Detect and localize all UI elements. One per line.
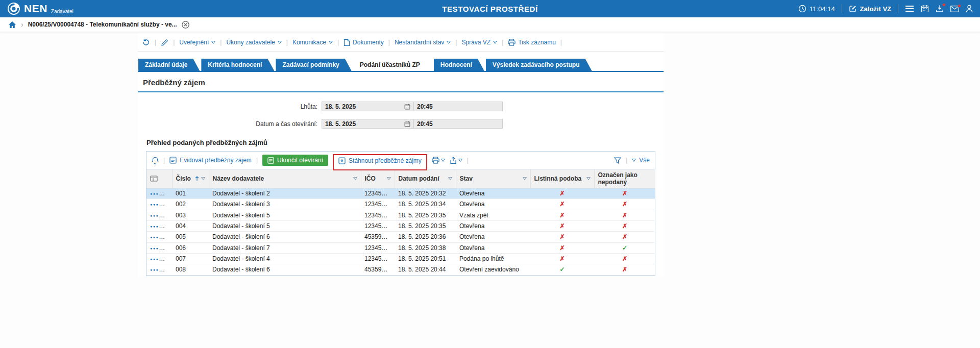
cell-datum-podani: 18. 5. 2025 20:44 (395, 264, 456, 275)
menu-label: Dokumenty (353, 39, 384, 46)
table-row[interactable]: ●●●i004Dodavatel - školení 51234567818. … (146, 220, 655, 231)
filter-caret-icon[interactable] (201, 177, 205, 180)
toolbar-separator: | (502, 39, 503, 46)
row-menu-icon[interactable]: ●●● (150, 266, 165, 273)
row-menu-icon[interactable]: ●●● (150, 190, 165, 197)
column-header-settings[interactable] (146, 169, 172, 188)
table-row[interactable]: ●●●i008Dodavatel - školení 64535932618. … (146, 264, 655, 275)
cell-datum-podani: 18. 5. 2025 20:35 (395, 220, 456, 231)
form-row-opening: Datum a čas otevírání: 18. 5. 2025 20:45 (138, 119, 664, 129)
edit-record-icon[interactable] (161, 39, 168, 46)
column-label: Datum podání (399, 175, 439, 182)
filter-caret-icon[interactable] (387, 177, 391, 180)
filter-caret-icon[interactable] (448, 177, 452, 180)
row-menu-icon[interactable]: ●●● (150, 233, 165, 240)
menu-uverejneni[interactable]: Uveřejnění (179, 39, 215, 46)
table-row[interactable]: ●●●i001Dodavatel - školení 21234567818. … (146, 188, 655, 199)
evidovat-zajem-button[interactable]: Evidovat předběžný zájem (169, 157, 252, 164)
table-row[interactable]: ●●●i002Dodavatel - školení 31234567818. … (146, 199, 655, 210)
clock-icon (798, 5, 806, 13)
table-row[interactable]: ●●●i007Dodavatel - školení 41234567818. … (146, 253, 655, 264)
cell-oznacen-nepodany: ✗ (594, 232, 655, 242)
mail-icon[interactable] (950, 6, 959, 12)
tabs: Základní údajeKritéria hodnoceníZadávací… (138, 59, 664, 72)
cross-icon: ✗ (559, 201, 565, 208)
cell-nazev-dodavatele: Dodavatel - školení 3 (209, 199, 361, 210)
calendar-icon[interactable] (404, 121, 410, 127)
column-header-ico[interactable]: IČO (361, 169, 395, 188)
row-menu-icon[interactable]: ●●● (150, 244, 165, 252)
cell-nazev-dodavatele: Dodavatel - školení 6 (209, 232, 361, 242)
menu-dokumenty[interactable]: Dokumenty (344, 39, 384, 46)
filter-icon[interactable] (614, 157, 621, 164)
filter-caret-icon[interactable] (523, 177, 527, 180)
cross-icon: ✗ (559, 222, 565, 230)
column-header-stav[interactable]: Stav (456, 169, 530, 188)
history-icon[interactable] (142, 38, 150, 46)
stahnout-zajmy-button[interactable]: Stáhnout předběžné zájmy (333, 154, 427, 170)
cross-icon: ✗ (559, 233, 565, 240)
printer-icon (432, 157, 439, 164)
cell-stav: Otevřena (456, 220, 530, 231)
downloads-icon[interactable] (936, 5, 944, 13)
nen-logo[interactable]: NEN Zadavatel (7, 2, 74, 15)
toolbar-separator: | (163, 157, 165, 164)
notification-badge (942, 3, 946, 7)
tab-5[interactable]: Hodnocení (434, 59, 484, 71)
close-record-icon[interactable] (182, 21, 189, 29)
deadline-date-field[interactable]: 18. 5. 2025 (322, 102, 414, 111)
evidovat-label: Evidovat předběžný zájem (180, 157, 252, 164)
table-row[interactable]: ●●●i003Dodavatel - školení 51234567818. … (146, 210, 655, 220)
notifications-bell-icon[interactable] (152, 157, 159, 164)
table-row[interactable]: ●●●i005Dodavatel - školení 64535932618. … (146, 232, 655, 242)
tab-3[interactable]: Zadávací podmínky (276, 59, 351, 71)
menu-tisk-zaznamu[interactable]: Tisk záznamu (508, 39, 556, 46)
breadcrumb-record[interactable]: N006/25/V00004748 - Telekomunikační služ… (28, 21, 177, 28)
column-header-cislo[interactable]: Číslo (172, 169, 209, 188)
menu-nestandardni-stav[interactable]: Nestandardní stav (395, 39, 451, 46)
export-grid-button[interactable] (450, 157, 462, 164)
cell-ico: 45359326 (361, 232, 395, 242)
calendar-icon[interactable] (404, 104, 410, 110)
cell-datum-podani: 18. 5. 2025 20:36 (395, 232, 456, 242)
tab-4[interactable]: Podání účastníků ZP (353, 59, 432, 71)
filter-caret-icon[interactable] (586, 177, 591, 180)
menu-komunikace[interactable]: Komunikace (292, 39, 333, 46)
tab-6[interactable]: Výsledek zadávacího postupu (486, 59, 592, 71)
opening-date-field[interactable]: 18. 5. 2025 (322, 119, 414, 129)
column-header-nepodany[interactable]: Označen jako nepodaný (594, 169, 655, 188)
filter-caret-icon[interactable] (353, 177, 357, 180)
server-time: 11:04:14 (798, 5, 835, 13)
form-icon (169, 157, 177, 164)
row-menu-icon[interactable]: ●●● (150, 212, 165, 219)
column-header-listinna[interactable]: Listinná podoba (530, 169, 594, 188)
deadline-time-field[interactable]: 20:45 (413, 102, 503, 111)
menu-ukony-zadavatele[interactable]: Úkony zadavatele (226, 39, 281, 46)
home-icon[interactable] (8, 21, 16, 29)
brand-role: Zadavatel (51, 9, 74, 14)
row-actions-cell: ●●●i (146, 199, 172, 210)
cross-icon: ✗ (622, 190, 627, 197)
ukoncit-oteviravani-button[interactable]: Ukončit otevírání (262, 155, 328, 166)
tab-2[interactable]: Kritéria hodnocení (201, 59, 274, 71)
filter-all-dropdown[interactable]: Vše (632, 157, 650, 164)
record-toolbar: | | Uveřejnění | Úkony zadavatele | Komu… (138, 32, 664, 52)
create-vz-button[interactable]: Založit VZ (849, 5, 891, 13)
menu-icon[interactable] (905, 5, 914, 12)
print-grid-button[interactable] (432, 157, 445, 164)
table-row[interactable]: ●●●i006Dodavatel - školení 71234567818. … (146, 242, 655, 253)
row-menu-icon[interactable]: ●●● (150, 201, 165, 208)
topbar-actions: 11:04:14 Založit VZ (798, 4, 973, 13)
deadline-form: Lhůta: 18. 5. 2025 20:45 Datum a čas ote… (138, 92, 664, 131)
calendar-icon[interactable] (921, 5, 929, 13)
column-header-nazev[interactable]: Název dodavatele (209, 169, 361, 188)
check-icon: ✓ (559, 266, 565, 273)
column-header-datum[interactable]: Datum podání (395, 169, 456, 188)
user-icon[interactable] (966, 5, 973, 13)
tab-1[interactable]: Základní údaje (138, 59, 200, 71)
menu-sprava-vz[interactable]: Správa VZ (461, 39, 497, 46)
column-label: Název dodavatele (213, 175, 264, 182)
row-menu-icon[interactable]: ●●● (150, 222, 165, 230)
row-menu-icon[interactable]: ●●● (150, 255, 165, 262)
opening-time-field[interactable]: 20:45 (413, 119, 503, 129)
